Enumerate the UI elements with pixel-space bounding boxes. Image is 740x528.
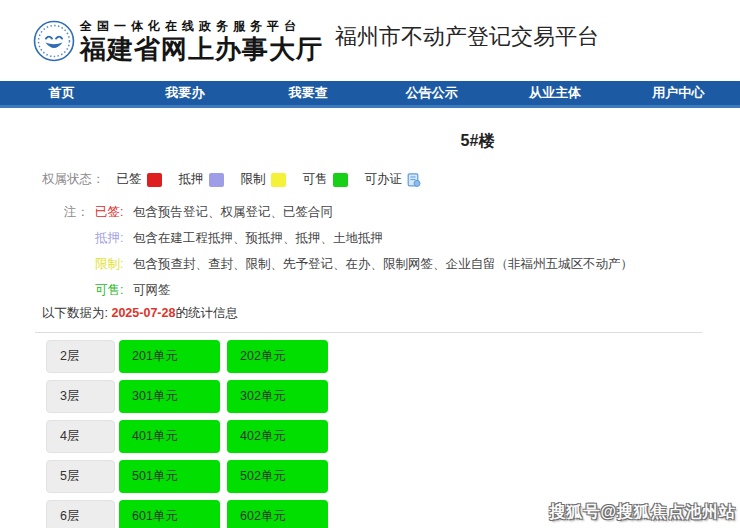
unit-cell[interactable]: 302单元 (227, 380, 328, 413)
unit-cell[interactable]: 402单元 (227, 420, 328, 453)
note-term: 已签: (95, 206, 133, 219)
floor-label-cell: 5层 (46, 460, 115, 493)
national-platform-caption: 全国一体化在线政务服务平台 (80, 18, 323, 35)
floor-label-cell: 3层 (46, 380, 115, 413)
main-nav: 首页我要办我要查公告公示从业主体用户中心 (0, 81, 740, 108)
note-line-2: 限制:包含预查封、查封、限制、先予登记、在办、限制网签、企业自留（非福州五城区不… (95, 258, 633, 271)
note-term: 抵押: (95, 232, 133, 245)
certificate-icon (407, 173, 421, 187)
unit-cell[interactable]: 202单元 (227, 340, 328, 373)
notes-section: 注： 已签:包含预告登记、权属登记、已签合同抵押:包含在建工程抵押、预抵押、抵押… (64, 206, 633, 310)
statistics-date-prefix: 以下数据为: (42, 306, 111, 320)
nav-item-5[interactable]: 用户中心 (617, 81, 740, 105)
nav-item-2[interactable]: 我要查 (247, 81, 370, 105)
unit-cell[interactable]: 602单元 (227, 500, 328, 528)
table-row: 2层201单元202单元 (46, 340, 335, 373)
nav-item-0[interactable]: 首页 (0, 81, 123, 105)
notes-caption: 注： (64, 206, 89, 219)
floor-table: 2层201单元202单元3层301单元302单元4层401单元402单元5层50… (46, 340, 335, 528)
table-top-divider (35, 332, 702, 333)
table-row: 3层301单元302单元 (46, 380, 335, 413)
table-row: 6层601单元602单元 (46, 500, 335, 528)
statistics-date-note: 以下数据为: 2025-07-28的统计信息 (42, 305, 238, 322)
note-lines: 已签:包含预告登记、权属登记、已签合同抵押:包含在建工程抵押、预抵押、抵押、土地… (95, 206, 633, 297)
unit-cell[interactable]: 501单元 (119, 460, 220, 493)
legend-color-square (147, 173, 162, 187)
note-term: 限制: (95, 258, 133, 271)
legend-item-2: 限制 (241, 171, 286, 188)
unit-cell[interactable]: 201单元 (119, 340, 220, 373)
portal-logo-text: 全国一体化在线政务服务平台 福建省网上办事大厅 (80, 18, 323, 63)
gov-platform-logo-icon (33, 20, 75, 62)
legend-item-3: 可售 (303, 171, 348, 188)
legend-item-label: 抵押 (179, 171, 204, 188)
legend-color-square (271, 173, 286, 187)
nav-item-1[interactable]: 我要办 (123, 81, 246, 105)
floor-label-cell: 4层 (46, 420, 115, 453)
ownership-status-legend: 权属状态： 已签抵押限制可售可办证 (42, 171, 438, 188)
unit-cell[interactable]: 601单元 (119, 500, 220, 528)
legend-color-square (333, 173, 348, 187)
nav-item-4[interactable]: 从业主体 (493, 81, 616, 105)
legend-item-4: 可办证 (365, 171, 422, 188)
statistics-date-suffix: 的统计信息 (175, 306, 238, 320)
floor-label-cell: 2层 (46, 340, 115, 373)
unit-cell[interactable]: 502单元 (227, 460, 328, 493)
legend-item-label: 限制 (241, 171, 266, 188)
nav-item-3[interactable]: 公告公示 (370, 81, 493, 105)
note-term: 可售: (95, 284, 133, 297)
legend-item-1: 抵押 (179, 171, 224, 188)
sohu-watermark: 搜狐号@搜狐焦点池州站 (549, 502, 736, 523)
note-desc: 可网签 (133, 284, 171, 297)
legend-item-label: 可办证 (365, 171, 403, 188)
note-desc: 包含预查封、查封、限制、先予登记、在办、限制网签、企业自留（非福州五城区不动产） (133, 258, 633, 271)
legend-items: 已签抵押限制可售可办证 (117, 171, 439, 188)
unit-cell[interactable]: 301单元 (119, 380, 220, 413)
note-desc: 包含预告登记、权属登记、已签合同 (133, 206, 333, 219)
page-header: 全国一体化在线政务服务平台 福建省网上办事大厅 福州市不动产登记交易平台 (0, 0, 740, 81)
note-desc: 包含在建工程抵押、预抵押、抵押、土地抵押 (133, 232, 383, 245)
unit-cell[interactable]: 401单元 (119, 420, 220, 453)
legend-item-label: 已签 (117, 171, 142, 188)
legend-caption: 权属状态： (42, 171, 105, 188)
legend-item-0: 已签 (117, 171, 162, 188)
statistics-date: 2025-07-28 (111, 306, 175, 320)
note-line-1: 抵押:包含在建工程抵押、预抵押、抵押、土地抵押 (95, 232, 633, 245)
note-line-0: 已签:包含预告登记、权属登记、已签合同 (95, 206, 633, 219)
site-title: 福州市不动产登记交易平台 (335, 22, 599, 52)
legend-color-square (209, 173, 224, 187)
legend-item-label: 可售 (303, 171, 328, 188)
fujian-portal-title: 福建省网上办事大厅 (80, 36, 323, 63)
floor-label-cell: 6层 (46, 500, 115, 528)
table-row: 4层401单元402单元 (46, 420, 335, 453)
building-title: 5#楼 (215, 131, 740, 152)
note-line-3: 可售:可网签 (95, 284, 633, 297)
table-row: 5层501单元502单元 (46, 460, 335, 493)
